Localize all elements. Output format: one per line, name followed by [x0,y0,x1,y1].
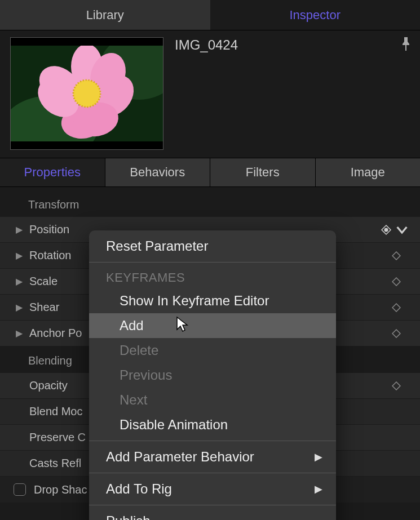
inspector-panel: Library Inspector [0,0,420,520]
param-label: Drop Shac [34,483,87,496]
keyframe-set-icon[interactable] [381,224,408,235]
menu-disable-animation[interactable]: Disable Animation [89,412,336,437]
chevron-right-icon[interactable]: ▶ [16,224,26,235]
menu-add-to-rig[interactable]: Add To Rig ▶ [89,477,336,501]
tab-inspector[interactable]: Inspector [210,0,421,30]
menu-next-keyframe: Next [89,388,336,412]
menu-add-keyframe[interactable]: Add [89,313,336,338]
submenu-arrow-icon: ▶ [315,483,322,495]
menu-delete-keyframe: Delete [89,338,336,363]
pin-icon[interactable] [388,37,411,53]
keyframe-diamond-icon[interactable] [385,303,408,312]
keyframe-diamond-icon[interactable] [385,329,408,338]
keyframe-diamond-icon[interactable] [385,277,408,286]
subtab-properties[interactable]: Properties [0,158,105,186]
top-tab-bar: Library Inspector [0,0,420,30]
submenu-arrow-icon: ▶ [315,451,322,463]
subtab-behaviors[interactable]: Behaviors [105,158,211,186]
flower-image [11,46,163,141]
menu-show-in-keyframe-editor[interactable]: Show In Keyframe Editor [89,288,336,313]
preview-thumbnail[interactable] [10,37,163,150]
menu-separator [89,262,336,263]
menu-separator [89,505,336,505]
chevron-right-icon[interactable]: ▶ [16,250,26,261]
drop-shadow-checkbox[interactable] [14,483,26,496]
menu-separator [89,473,336,473]
chevron-right-icon[interactable]: ▶ [16,302,26,313]
chevron-right-icon[interactable]: ▶ [16,276,26,287]
chevron-right-icon[interactable]: ▶ [16,328,26,339]
menu-add-parameter-behavior[interactable]: Add Parameter Behavior ▶ [89,445,336,469]
preview-area: IMG_0424 [0,30,420,158]
section-header-transform: Transform [0,190,420,217]
svg-point-12 [384,228,388,232]
menu-publish[interactable]: Publish [89,509,336,520]
menu-previous-keyframe: Previous [89,363,336,388]
menu-item-label: Add Parameter Behavior [106,449,254,465]
keyframe-diamond-icon[interactable] [385,381,408,390]
menu-separator [89,441,336,441]
menu-item-label: Add To Rig [106,481,172,497]
subtab-filters[interactable]: Filters [210,158,316,186]
menu-header-keyframes: KEYFRAMES [89,266,336,288]
animation-context-menu: Reset Parameter KEYFRAMES Show In Keyfra… [89,230,336,520]
sub-tab-bar: Properties Behaviors Filters Image [0,158,420,187]
keyframe-diamond-icon[interactable] [385,251,408,260]
tab-library[interactable]: Library [0,0,210,30]
clip-title: IMG_0424 [175,37,388,53]
chevron-down-icon[interactable] [396,224,408,235]
menu-reset-parameter[interactable]: Reset Parameter [89,234,336,259]
subtab-image[interactable]: Image [316,158,421,186]
